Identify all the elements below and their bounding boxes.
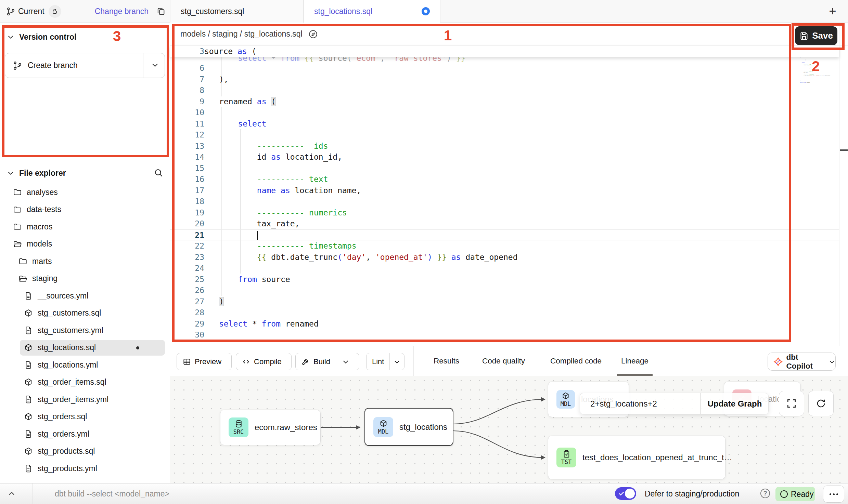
version-control-header[interactable]: Version control: [0, 27, 170, 47]
file-explorer-header[interactable]: File explorer: [0, 163, 170, 183]
file-tree-item-analyses[interactable]: analyses: [0, 184, 170, 201]
sidebar: Version control Create branch File explo…: [0, 23, 170, 483]
file-tree-item-stg-orders-yml[interactable]: stg_orders.yml: [0, 425, 170, 443]
file-tree-item-stg-locations-yml[interactable]: stg_locations.yml: [0, 356, 170, 374]
code-icon: [242, 357, 250, 366]
copilot-edit-icon[interactable]: [308, 29, 318, 39]
lineage-node-stg-locations[interactable]: MDL stg_locations: [364, 408, 453, 446]
tab-results[interactable]: Results: [434, 346, 459, 376]
file-tree-item-macros[interactable]: macros: [0, 218, 170, 236]
file-tree-item-stg-products-yml[interactable]: stg_products.yml: [0, 460, 170, 477]
table-icon: [182, 357, 191, 366]
editor-minimap[interactable]: with source as ( select * from {{ source…: [800, 50, 838, 131]
file-name: staging: [32, 274, 57, 283]
file-tree-item-stg-customers-sql[interactable]: stg_customers.sql: [0, 305, 170, 322]
code-line-7: 7),: [170, 74, 839, 85]
breadcrumb[interactable]: models / staging / stg_locations.sql: [180, 29, 303, 39]
lineage-node-test[interactable]: TST test_does_location_opened_at_trunc_t…: [548, 436, 725, 479]
tab-stg-customers-sql[interactable]: stg_customers.sql: [170, 0, 304, 23]
git-branch-icon: [6, 7, 15, 16]
lineage-selector-input[interactable]: 2+stg_locations+2: [590, 399, 657, 409]
folder-open-icon: [13, 240, 22, 249]
top-bar: Current Change branch stg_customers.sql …: [0, 0, 848, 23]
git-branch-icon: [13, 61, 22, 70]
file-name: stg_products.sql: [38, 447, 95, 456]
file-tree-item-stg-customers-yml[interactable]: stg_customers.yml: [0, 322, 170, 339]
file-name: marts: [32, 257, 52, 266]
file-icon: [24, 326, 33, 335]
file-tree-item-stg-locations-sql[interactable]: stg_locations.sql: [0, 339, 170, 357]
tab-compiled-code[interactable]: Compiled code: [550, 346, 602, 376]
lint-dropdown[interactable]: [390, 353, 404, 370]
lineage-canvas[interactable]: SRC ecom.raw_stores MDL stg_locations MD…: [170, 376, 848, 483]
test-node-icon: TST: [556, 448, 576, 467]
dbt-logo-icon: [773, 357, 783, 367]
floppy-disk-icon: [799, 31, 809, 40]
code-line-ghost: select * from {{ source('ecom', 'raw_sto…: [170, 57, 839, 63]
file-tree-item-stg-orders-sql[interactable]: stg_orders.sql: [0, 408, 170, 426]
file-name: stg_products.yml: [38, 464, 97, 473]
dbt-copilot-button[interactable]: dbt Copilot: [768, 353, 836, 371]
code-line-20: 20 tax_rate,: [170, 218, 839, 229]
file-tree-item-stg-order-items-yml[interactable]: stg_order_items.yml: [0, 391, 170, 408]
chevron-down-icon: [7, 169, 14, 177]
code-line-13: 13 ---------- ids: [170, 141, 839, 152]
lineage-node-source[interactable]: SRC ecom.raw_stores: [220, 410, 321, 445]
file-name: stg_locations.yml: [38, 360, 98, 370]
new-tab-button[interactable]: +: [826, 5, 839, 18]
source-node-icon: SRC: [229, 417, 248, 437]
defer-toggle[interactable]: [615, 487, 636, 500]
file-tree-item-marts[interactable]: marts: [0, 253, 170, 270]
lineage-selector-overlay: 2+stg_locations+2 Update Graph: [580, 393, 769, 414]
file-tree-item--sources-yml[interactable]: __sources.yml: [0, 287, 170, 305]
file-tree-item-stg-products-sql[interactable]: stg_products.sql: [0, 443, 170, 460]
modified-dot: [136, 346, 139, 349]
code-line-14: 14 id as location_id,: [170, 151, 839, 163]
tab-stg-locations-sql[interactable]: stg_locations.sql: [304, 0, 440, 23]
file-tree-item-data-tests[interactable]: data-tests: [0, 201, 170, 218]
file-name: stg_order_items.yml: [38, 395, 108, 404]
preview-button[interactable]: Preview: [177, 353, 232, 370]
collapse-panel-chevron[interactable]: [7, 489, 16, 499]
more-options-button[interactable]: [823, 486, 844, 503]
file-tree: analysesdata-testsmacrosmodelsmartsstagi…: [0, 184, 170, 477]
clipboard-check-icon: [562, 450, 571, 458]
file-name: models: [27, 239, 52, 249]
search-icon[interactable]: [153, 168, 164, 178]
file-name: stg_locations.sql: [38, 343, 96, 352]
copy-icon[interactable]: [156, 6, 166, 16]
file-icon: [24, 395, 33, 404]
build-button[interactable]: Build: [295, 353, 359, 370]
defer-label: Defer to staging/production: [645, 489, 739, 499]
file-tree-item-stg-order-items-sql[interactable]: stg_order_items.sql: [0, 374, 170, 391]
file-tree-item-models[interactable]: models: [0, 236, 170, 253]
change-branch-link[interactable]: Change branch: [95, 7, 149, 16]
model-icon: [24, 309, 33, 318]
code-editor[interactable]: models / staging / stg_locations.sql 67)…: [170, 23, 848, 346]
update-graph-button[interactable]: Update Graph: [701, 399, 769, 409]
lint-button[interactable]: Lint: [366, 353, 404, 370]
unsaved-changes-dot: [422, 7, 430, 15]
code-line-22: 22 ---------- timestamps: [170, 240, 839, 252]
scrollbar-handle[interactable]: [840, 149, 848, 151]
cube-icon: [562, 392, 570, 400]
refresh-button[interactable]: [808, 391, 834, 416]
command-input[interactable]: dbt build --select <model_name>: [55, 489, 169, 499]
build-dropdown[interactable]: [336, 353, 355, 370]
tab-lineage[interactable]: Lineage: [621, 346, 648, 376]
code-line-8: 8: [170, 85, 839, 96]
cube-icon: [379, 419, 388, 428]
status-badge[interactable]: Ready: [775, 487, 815, 501]
create-branch-button[interactable]: Create branch: [5, 53, 165, 78]
code-line-24: 24: [170, 263, 839, 274]
tab-code-quality[interactable]: Code quality: [482, 346, 525, 376]
chevron-up-icon: [7, 489, 16, 499]
help-icon[interactable]: ?: [760, 489, 770, 498]
code-line-19: 19 ---------- numerics: [170, 207, 839, 218]
chevron-down-icon: [7, 33, 14, 41]
create-branch-dropdown[interactable]: [151, 61, 159, 69]
file-tree-item-staging[interactable]: staging: [0, 270, 170, 288]
save-button[interactable]: Save: [795, 26, 837, 45]
fullscreen-button[interactable]: [779, 391, 804, 416]
compile-button[interactable]: Compile: [236, 353, 292, 370]
